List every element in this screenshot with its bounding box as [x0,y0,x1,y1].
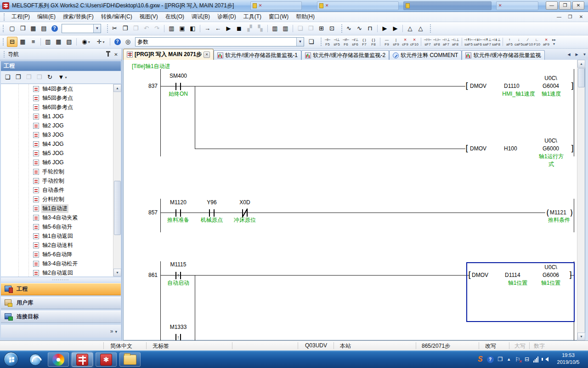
online-change-button[interactable]: ⊞ [316,23,327,34]
ladder-sf9-button[interactable]: |sF9 [391,36,401,48]
write-to-plc-button[interactable]: → [202,23,213,34]
read-from-plc-button[interactable]: ← [213,23,223,34]
close-button[interactable]: ✕ [572,1,584,10]
nav-copy-button[interactable]: ❐ [13,72,23,82]
watch-window-1-button[interactable]: △ [405,23,415,34]
sampling-trace-button[interactable]: ∿ [344,23,354,34]
ladder-f8-button[interactable]: { }F8 [369,36,378,48]
monitor-stop-button[interactable]: ◼ [234,23,244,34]
instruction-dst[interactable]: G6000 [536,145,565,152]
menu-item[interactable]: 诊断(D) [214,12,240,22]
function-block-button[interactable]: ▦ [17,37,28,47]
document-tab[interactable]: 软元件/缓冲存储器批量监视-1 ✕ [214,50,301,60]
instruction-dst[interactable]: G6004 [536,83,565,90]
instruction-op[interactable]: DMOV [470,83,498,90]
ladder-af7-button[interactable]: ⊣↑⊥aF7 [441,36,451,48]
toolbar-overflow-button[interactable]: ▸▸▾ [551,36,557,47]
sogou-tray-icon[interactable]: S [478,355,483,363]
scroll-down-icon[interactable]: ▼ [577,333,585,340]
menu-item[interactable]: 调试(B) [188,12,214,22]
device-memory-button[interactable]: ▦ [53,37,64,47]
project-tree-item[interactable]: 分料控制 [1,195,121,204]
paste-button[interactable]: ❐ [130,23,141,34]
help-button[interactable]: ? [49,23,60,34]
monitor-pause-button[interactable]: ▞ [244,23,255,34]
project-tree-item[interactable]: 轴1自动返回 [1,231,121,241]
start-button[interactable] [4,352,18,367]
ladder-sf7-button[interactable]: ⊣↑⊢sF7 [423,36,432,48]
contact-no[interactable] [175,83,182,90]
open-project-button[interactable]: ❒ [17,23,28,34]
project-tree-item[interactable]: 轴5 JOG [1,149,121,158]
ladder-saf6-button[interactable]: ⊣↡⊢saF6 [473,36,482,48]
ladder-f7-button[interactable]: ( )F7 [360,36,369,48]
close-icon[interactable] [112,51,120,58]
nav-sort-button[interactable]: ▼ [55,72,70,82]
menu-item[interactable]: 转换/编译(C) [97,12,136,22]
show-hidden-icons[interactable]: ▲ [507,357,511,362]
data-select-combo[interactable]: 参数▼ [135,37,304,46]
panel-resize-grip[interactable]: ••••••••• [1,277,121,282]
taskbar-gxconfig-button[interactable] [96,352,117,367]
minimize-button[interactable]: — [546,1,558,10]
scrollbar-thumb[interactable] [578,68,585,87]
project-tree-item[interactable]: 轴5-6自动降 [1,250,121,259]
taskbar-browser-button[interactable] [25,352,46,367]
ladder-af5-button[interactable]: ↑aF5 [505,36,514,48]
redo-button[interactable]: ↷ [152,23,162,34]
contact-rising[interactable] [175,334,182,340]
save-project-button[interactable]: ▦ [28,23,39,34]
menu-item[interactable]: 工具(T) [240,12,265,22]
project-tree-item[interactable]: 轴1自动进 [1,204,121,213]
project-tree-item[interactable]: 轴6 JOG [1,158,121,167]
project-tree-item[interactable]: 轴2自动返回 [1,268,121,276]
menu-item[interactable]: 在线(O) [162,12,188,22]
nav-view-connection-button[interactable]: 连接目标 [1,310,121,323]
project-tree-item[interactable]: 手轮控制 [1,167,121,176]
scroll-up-icon[interactable]: ▲ [577,60,585,68]
document-tab[interactable]: 软元件注释 COMMENT ✕ [389,50,462,60]
contact-no[interactable] [208,209,215,217]
coil-device[interactable]: M1121 [550,209,571,216]
trace-stop-button[interactable]: ⊓ [365,23,375,34]
device-write-search-button[interactable]: ▥ [166,23,177,34]
project-tree-item[interactable]: 轴2自动送料 [1,241,121,250]
tab-scroll-right-icon[interactable]: ▶ [573,51,580,58]
taskbar-clock[interactable]: 19:53 2019/10/5 [551,352,585,366]
power-plug-icon[interactable]: ⊟ [525,356,529,362]
document-tab[interactable]: 软元件/缓冲存储器批量监视 ✕ [462,50,544,60]
instruction-src[interactable]: D1110 [504,83,536,90]
menu-item[interactable]: 编辑(E) [34,12,59,22]
nav-data-info-button[interactable]: ❒ [34,72,45,82]
undo-button[interactable]: ↶ [141,23,152,34]
ladder-af9-button[interactable]: ✕aF9 [542,36,551,48]
menu-item[interactable]: 帮助(H) [292,12,318,22]
taskbar-gxworks-button[interactable] [72,352,93,367]
program-verify-button[interactable]: ❒ [305,23,316,34]
contact-no[interactable] [175,209,182,217]
cut-button[interactable]: ✂ [109,23,120,34]
watch-window-2-button[interactable]: △ [415,23,426,34]
mdi-close-button[interactable] [576,13,586,21]
navigation-toggle-button[interactable]: ⊟ [7,37,17,47]
project-tree-item[interactable]: 轴5回参考点 [1,93,121,103]
tab-list-icon[interactable]: ▼ [581,51,588,58]
device-display-1-button[interactable]: ▥ [270,23,280,34]
restore-button[interactable]: ❐ [559,1,571,10]
project-tree-item[interactable]: 轴1 JOG [1,112,121,121]
mdi-restore-button[interactable] [565,13,575,21]
step-run-button[interactable]: ▶ [390,23,401,34]
ladder-f9-button[interactable]: —F9 [382,36,391,48]
nav-view-user-library-button[interactable]: 用户库 [1,297,121,309]
monitor-resume-button[interactable]: ▚ [255,23,266,34]
program-select-combo[interactable]: ▼ [62,24,101,33]
instruction-op[interactable]: DMOV [470,145,498,152]
watch-display-button[interactable]: ◉ [79,37,93,47]
nav-refresh-button[interactable]: ↻ [45,72,55,82]
device-display-2-button[interactable]: ▥ [280,23,291,34]
device-comment-button[interactable]: ▥ [43,37,53,47]
scroll-up-icon[interactable]: ▲ [113,84,121,92]
cross-reference-button[interactable]: ❏ [306,37,317,47]
scroll-down-icon[interactable]: ▼ [113,269,121,276]
tab-scroll-left-icon[interactable]: ◀ [565,51,572,58]
